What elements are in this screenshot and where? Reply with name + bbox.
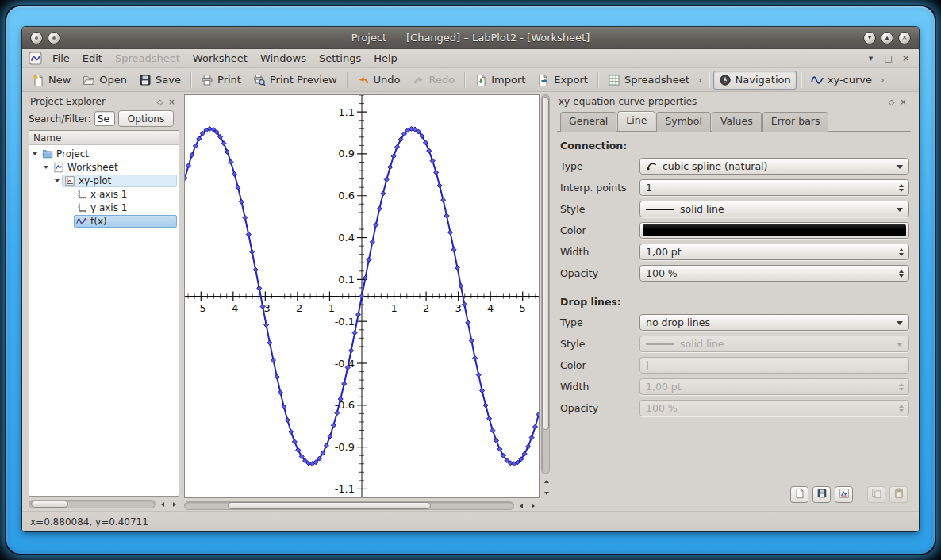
spinner-arrows-icon[interactable] — [899, 270, 904, 278]
window-close-button[interactable]: × — [898, 32, 911, 44]
properties-dock: xy-equation-curve properties ◇ × General… — [551, 94, 917, 511]
toolbar-button-label: Export — [554, 74, 588, 86]
tree-item-label: Worksheet — [67, 162, 118, 173]
mdi-close-button[interactable]: × — [901, 53, 911, 63]
svg-text:0.1: 0.1 — [338, 274, 355, 286]
tree-item-label: xy-plot — [79, 175, 111, 186]
tree-item-y-axis-1[interactable]: y axis 1 — [74, 201, 177, 214]
tree-item-worksheet[interactable]: Worksheet — [51, 161, 177, 174]
dock-close-button[interactable]: × — [166, 96, 178, 108]
xy-curve-button[interactable]: xy-curve — [805, 71, 878, 90]
tree-expander-icon[interactable] — [55, 179, 60, 182]
opacity-spinbox[interactable]: 100 % — [639, 265, 909, 282]
template-load-button[interactable] — [790, 486, 808, 503]
dock-close-button[interactable]: × — [897, 96, 909, 108]
scrollbar-track[interactable] — [184, 501, 514, 510]
spinner-arrows-icon[interactable] — [899, 248, 904, 256]
navigation-button[interactable]: Navigation — [713, 71, 797, 90]
toolbar-button-label: Undo — [374, 74, 401, 86]
tab-line[interactable]: Line — [617, 111, 655, 131]
tree-item-x-axis-1[interactable]: x axis 1 — [74, 188, 177, 201]
window-maximize-button[interactable]: ▴ — [881, 32, 893, 44]
interp-points-spinbox[interactable]: 1 — [639, 179, 909, 196]
import-button[interactable]: Import — [469, 71, 531, 90]
tree-item-project[interactable]: Project — [40, 148, 177, 160]
window-menu-button[interactable] — [30, 32, 43, 44]
mdi-minimize-button[interactable]: ▾ — [866, 53, 876, 63]
tree-indent — [66, 194, 71, 194]
scrollbar-track[interactable] — [541, 94, 550, 474]
search-filter-input[interactable] — [94, 111, 115, 126]
dock-title: xy-equation-curve properties — [559, 96, 885, 107]
mdi-restore-button[interactable]: □ — [883, 53, 893, 63]
dock-float-button[interactable]: ◇ — [885, 96, 897, 108]
worksheet-canvas[interactable]: -5-4-3-2-1123451.10.90.60.40.1-0.1-0.4-0… — [184, 94, 540, 498]
tree-item-f-x[interactable]: f(x) — [74, 215, 177, 228]
spreadsheet-button[interactable]: Spreadsheet — [602, 71, 695, 90]
new-button[interactable]: New — [26, 71, 76, 90]
menu-file[interactable]: File — [46, 51, 76, 66]
worksheet-plot[interactable]: -5-4-3-2-1123451.10.90.60.40.1-0.1-0.4-0… — [185, 95, 539, 497]
prop-row: Typeno drop lines — [560, 314, 909, 331]
type-combobox[interactable]: cubic spline (natural) — [639, 158, 909, 175]
scroll-left-button[interactable] — [157, 499, 167, 509]
menu-edit[interactable]: Edit — [76, 51, 109, 66]
export-button[interactable]: Export — [532, 71, 593, 90]
tree-expander-icon[interactable] — [44, 166, 48, 169]
scrollbar-thumb[interactable] — [31, 501, 68, 508]
scroll-left-button[interactable] — [516, 501, 526, 511]
scrollbar-thumb[interactable] — [228, 502, 432, 509]
tree-column-header[interactable]: Name — [29, 131, 179, 145]
tree-item-xy-plot[interactable]: xy-plot — [62, 175, 177, 187]
tree-item-label: x axis 1 — [90, 189, 127, 200]
tree-expander-icon[interactable] — [33, 152, 37, 155]
prop-row: Interp. points1 — [560, 179, 909, 196]
tree-row: y axis 1 — [29, 201, 179, 214]
spinner-arrows-icon[interactable] — [899, 383, 904, 391]
scrollbar-track[interactable] — [29, 500, 156, 508]
window-shade-button[interactable]: ▾ — [863, 32, 876, 44]
section-heading-connection: Connection: — [560, 140, 909, 152]
toolbar-separator — [709, 72, 709, 88]
spinner-arrows-icon[interactable] — [899, 405, 904, 412]
titlebar[interactable]: Project [Changed] – LabPlot2 - [Workshee… — [22, 27, 919, 49]
prop-row: Color — [560, 222, 909, 239]
menu-help[interactable]: Help — [367, 51, 404, 66]
template-save-button[interactable] — [812, 486, 831, 503]
width-spinbox[interactable]: 1,00 pt — [639, 244, 909, 260]
menu-windows[interactable]: Windows — [254, 51, 313, 66]
scroll-right-button[interactable] — [169, 499, 179, 509]
color-color-button[interactable] — [639, 222, 909, 239]
menu-settings[interactable]: Settings — [313, 51, 367, 66]
toolbar-overflow-chevron[interactable]: › — [878, 75, 887, 86]
tab-symbol[interactable]: Symbol — [656, 112, 711, 132]
tab-general[interactable]: General — [560, 112, 616, 132]
svg-text:2: 2 — [423, 302, 429, 314]
toolbar-overflow-chevron[interactable]: › — [696, 75, 705, 86]
save-button[interactable]: Save — [133, 71, 186, 90]
svg-text:-2: -2 — [292, 302, 302, 314]
menu-worksheet[interactable]: Worksheet — [186, 51, 254, 66]
scrollbar-thumb[interactable] — [542, 97, 549, 430]
type-combobox[interactable]: no drop lines — [639, 314, 909, 331]
prop-row: Stylesolid line — [560, 201, 909, 217]
print-preview-button[interactable]: Print Preview — [248, 71, 343, 90]
toolbar-separator — [597, 72, 598, 88]
dock-float-button[interactable]: ◇ — [154, 96, 166, 108]
print-button[interactable]: Print — [195, 71, 247, 90]
chevron-down-icon — [897, 343, 903, 347]
tab-error-bars[interactable]: Error bars — [762, 112, 829, 132]
window-pin-button[interactable] — [48, 32, 60, 44]
spinner-arrows-icon[interactable] — [899, 184, 904, 192]
print-icon — [201, 74, 213, 86]
undo-button[interactable]: Undo — [351, 71, 406, 90]
style-combobox[interactable]: solid line — [639, 201, 909, 217]
open-button[interactable]: Open — [77, 71, 133, 90]
scroll-right-button[interactable] — [528, 501, 538, 511]
template-manage-button[interactable] — [835, 486, 853, 503]
labplot-window: Project [Changed] – LabPlot2 - [Workshee… — [22, 27, 919, 531]
tab-values[interactable]: Values — [712, 112, 762, 132]
tree-indent — [66, 221, 71, 221]
options-button[interactable]: Options — [118, 110, 174, 127]
float-icon: ◇ — [157, 98, 163, 106]
